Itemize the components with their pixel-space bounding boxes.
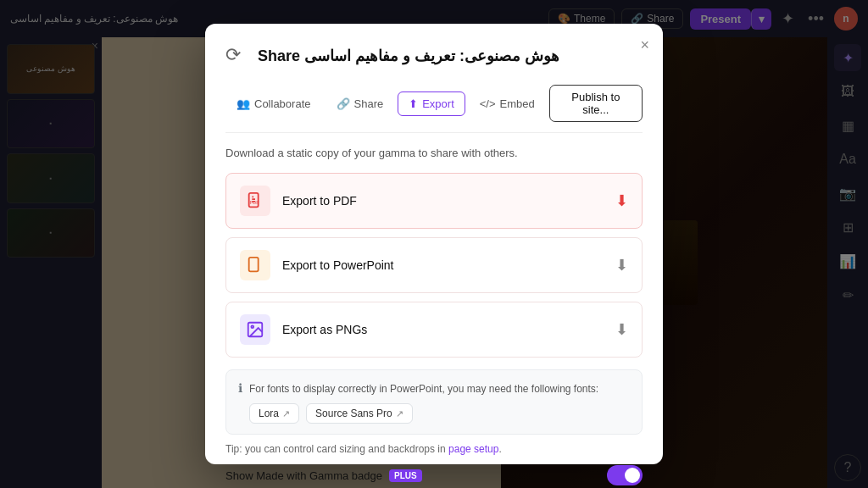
modal-title: هوش مصنوعی: تعریف و مفاهیم اساسی Share (258, 47, 559, 65)
lora-external-icon: ↗ (282, 408, 290, 419)
ppt-icon (240, 250, 270, 280)
png-download-icon: ⬇ (615, 320, 628, 339)
plus-badge: PLUS (389, 469, 422, 482)
svg-rect-2 (249, 258, 259, 272)
collaborate-icon: 👥 (236, 97, 250, 110)
tab-collaborate[interactable]: 👥 Collaborate (225, 92, 322, 116)
png-icon (240, 314, 270, 345)
modal-tabs: 👥 Collaborate 🔗 Share ⬆ Export </> Embed… (225, 85, 643, 133)
publish-to-site-button[interactable]: Publish to site... (549, 85, 643, 122)
embed-icon: </> (480, 97, 496, 110)
tab-share[interactable]: 🔗 Share (326, 92, 395, 116)
export-ppt-label: Export to PowerPoint (282, 258, 604, 272)
info-icon: ℹ (238, 381, 242, 395)
source-sans-external-icon: ↗ (396, 408, 403, 419)
modal-close-button[interactable]: × (640, 37, 649, 53)
pdf-download-icon: ⬇ (615, 191, 628, 210)
tab-export[interactable]: ⬆ Export (398, 92, 465, 116)
badge-label: Show Made with Gamma badge PLUS (225, 469, 422, 482)
font-tags: Lora ↗ Source Sans Pro ↗ (249, 403, 598, 424)
export-png-label: Export as PNGs (282, 323, 604, 336)
export-pdf-label: Export to PDF (282, 194, 604, 208)
export-icon: ⬆ (409, 97, 418, 110)
ppt-download-icon: ⬇ (615, 256, 628, 274)
badge-toggle[interactable] (607, 465, 643, 485)
tab-embed[interactable]: </> Embed (469, 92, 546, 116)
pdf-icon: PDF (240, 186, 270, 216)
modal-overlay: ⟳ هوش مصنوعی: تعریف و مفاهیم اساسی Share… (0, 0, 868, 488)
modal-header: ⟳ هوش مصنوعی: تعریف و مفاهیم اساسی Share (225, 44, 643, 68)
export-ppt-option[interactable]: Export to PowerPoint ⬇ (225, 237, 643, 293)
svg-point-4 (251, 325, 253, 328)
page-setup-link[interactable]: page setup (448, 443, 498, 455)
svg-text:PDF: PDF (250, 200, 260, 205)
badge-row: Show Made with Gamma badge PLUS (225, 465, 643, 485)
export-pdf-option[interactable]: PDF Export to PDF ⬇ (225, 173, 643, 229)
fonts-notice: ℹ For fonts to display correctly in Powe… (225, 369, 643, 435)
tip-text: Tip: you can control card sizing and bac… (225, 443, 643, 455)
gamma-logo-icon: ⟳ (225, 44, 249, 68)
font-lora-button[interactable]: Lora ↗ (249, 403, 299, 424)
fonts-notice-text: For fonts to display correctly in PowerP… (249, 383, 598, 395)
toggle-knob (625, 468, 640, 483)
share-tab-icon: 🔗 (337, 97, 350, 110)
font-source-sans-button[interactable]: Source Sans Pro ↗ (306, 403, 413, 424)
modal-description: Download a static copy of your gamma to … (225, 147, 643, 159)
export-png-option[interactable]: Export as PNGs ⬇ (225, 302, 643, 358)
share-modal: ⟳ هوش مصنوعی: تعریف و مفاهیم اساسی Share… (205, 24, 663, 464)
